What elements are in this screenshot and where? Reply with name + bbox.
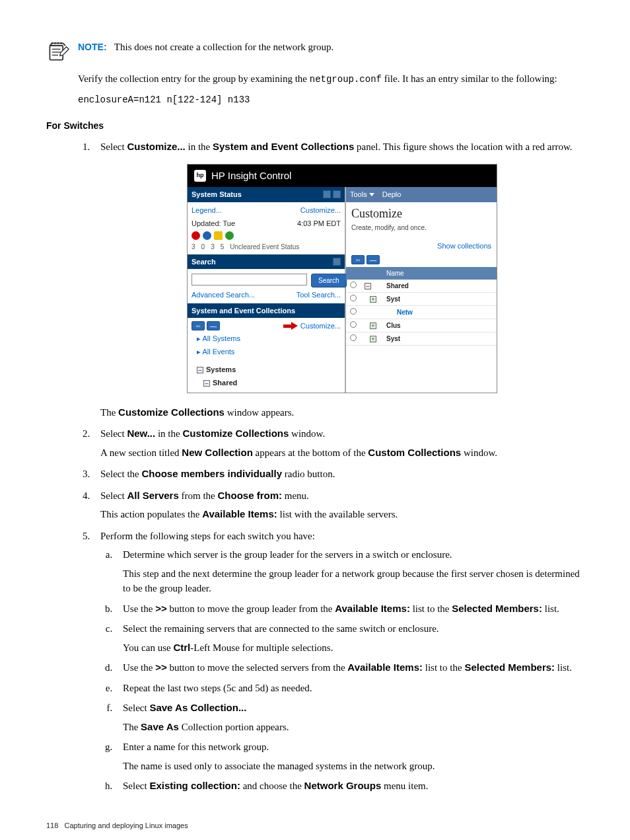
radio-icon[interactable] [350, 282, 357, 288]
search-label: Search [192, 256, 216, 268]
panel-header-icons [323, 190, 341, 198]
collapse-icon[interactable] [333, 190, 341, 198]
verify-filename: netgroup.conf [310, 74, 382, 85]
note-label: NOTE: [78, 42, 107, 52]
step-5-substeps: Determine which server is the group lead… [100, 547, 584, 794]
chevron-down-icon [369, 193, 374, 196]
red-arrow-icon [283, 322, 298, 330]
advanced-search-link[interactable]: Advanced Search... [192, 289, 255, 301]
radio-icon[interactable] [350, 334, 357, 341]
radio-icon[interactable] [350, 295, 357, 301]
name-header: Name [382, 267, 497, 280]
collapse-icon[interactable] [333, 258, 341, 266]
s1-panel: System and Event Collections [213, 141, 354, 152]
minor-icon[interactable] [214, 231, 223, 240]
customize-subtitle: Create, modify, and once. [346, 223, 497, 237]
note-block: NOTE: This does not create a collection … [46, 40, 584, 63]
maximize-icon[interactable] [323, 190, 331, 198]
normal-icon[interactable] [225, 231, 234, 240]
verify-pre: Verify the collection entry for the grou… [78, 73, 310, 84]
collections-table: Name –Shared +Syst Netw +Clus +Syst [346, 267, 497, 346]
system-status-header: System Status [188, 187, 345, 202]
right-toolbar: Tools Deplo [346, 187, 497, 202]
updated-time: 4:03 PM EDT [297, 218, 341, 229]
expand-all-icon[interactable]: ▫▫ [192, 321, 205, 330]
sc-right: Tools Deplo Customize Create, modify, an… [346, 187, 497, 393]
search-header: Search [188, 254, 345, 270]
step-5-intro: Perform the following steps for each swi… [100, 531, 315, 541]
customize-link[interactable]: Customize... [300, 205, 341, 216]
table-row[interactable]: Netw [346, 306, 497, 319]
critical-icon[interactable] [192, 231, 200, 240]
deploy-menu[interactable]: Deplo [382, 189, 402, 200]
show-collections-link[interactable]: Show collections [346, 237, 497, 256]
radio-icon[interactable] [350, 308, 357, 315]
step-5c-detail: You can use Ctrl-Left Mouse for multiple… [123, 640, 584, 656]
sys-status-label: System Status [192, 189, 242, 200]
sc-titlebar: hp HP Insight Control [188, 165, 497, 188]
svg-point-4 [60, 42, 62, 44]
sec-label: System and Event Collections [192, 305, 295, 317]
count-3: 5 [221, 242, 225, 252]
customize-link-target[interactable]: Customize... [300, 321, 341, 332]
table-row[interactable]: –Shared [346, 280, 497, 293]
tool-search-link[interactable]: Tool Search... [297, 289, 341, 301]
step-5f-detail: The Save As Collection portion appears. [123, 720, 584, 735]
step-5c: Select the remaining servers that are co… [115, 621, 584, 655]
uncleared-label: Uncleared Event Status [230, 242, 299, 252]
screenshot-wrap: hp HP Insight Control System Status [100, 164, 584, 393]
hp-logo-icon: hp [194, 170, 206, 182]
sc-title: HP Insight Control [211, 169, 291, 184]
tree-toggle-icons-right: ▫▫ — [351, 255, 491, 264]
minus-icon: – [365, 283, 371, 289]
all-events-link[interactable]: ▸ All Events [192, 345, 341, 359]
step-5: Perform the following steps for each swi… [92, 529, 584, 794]
verify-paragraph: Verify the collection entry for the grou… [78, 71, 584, 87]
legend-link[interactable]: Legend... [192, 205, 222, 216]
note-text: This does not create a collection for th… [114, 42, 333, 52]
step-5a: Determine which server is the group lead… [115, 547, 584, 596]
step-5d: Use the >> button to move the selected s… [115, 660, 584, 675]
step-4: Select All Servers from the Choose from:… [92, 488, 584, 522]
count-1: 0 [201, 242, 205, 252]
tools-menu[interactable]: Tools [350, 189, 374, 200]
table-row[interactable]: +Syst [346, 293, 497, 306]
step-4-detail: This action populates the Available Item… [100, 507, 584, 522]
step-2-detail: A new section titled New Collection appe… [100, 445, 584, 461]
systems-node[interactable]: –Systems [192, 363, 341, 377]
status-icons [192, 231, 341, 240]
collapse-all-icon[interactable]: — [367, 255, 380, 264]
footer-title: Capturing and deploying Linux images [65, 821, 188, 829]
step-1: Select Customize... in the System and Ev… [92, 139, 584, 420]
numbered-steps: Select Customize... in the System and Ev… [78, 139, 584, 794]
for-switches-heading: For Switches [46, 119, 584, 133]
collapse-all-icon[interactable]: — [207, 321, 220, 330]
all-systems-link[interactable]: ▸ All Systems [192, 332, 341, 346]
search-button[interactable]: Search [311, 274, 347, 287]
table-row[interactable]: +Clus [346, 319, 497, 332]
updated-label: Updated: Tue [192, 218, 235, 229]
minus-icon: – [197, 367, 203, 373]
table-row[interactable]: +Syst [346, 332, 497, 346]
step-5f: Select Save As Collection... The Save As… [115, 701, 584, 734]
expand-all-icon[interactable]: ▫▫ [351, 255, 365, 264]
shared-node[interactable]: –Shared [192, 376, 341, 390]
verify-post: file. It has an entry similar to the fol… [382, 73, 557, 84]
customize-title: Customize [346, 202, 497, 223]
tree-toggle-icons: ▫▫ — [192, 321, 220, 330]
svg-point-2 [54, 42, 56, 44]
major-icon[interactable] [203, 231, 211, 240]
step-5e: Repeat the last two steps (5c and 5d) as… [115, 681, 584, 696]
search-input[interactable] [192, 274, 307, 286]
plus-icon: + [370, 336, 376, 342]
radio-icon[interactable] [350, 321, 357, 328]
sc-body: System Status Legend... Customize... [188, 187, 497, 393]
step-3: Select the Choose members individually r… [92, 467, 584, 482]
plus-icon: + [370, 323, 376, 329]
sec-body: ▫▫ — Customize... ▸ All Systems ▸ All Ev… [188, 318, 345, 393]
after-screenshot-text: The Customize Collections window appears… [100, 405, 584, 420]
status-counts: 3 0 3 5 Uncleared Event Status [192, 242, 341, 252]
screenshot: hp HP Insight Control System Status [187, 164, 497, 393]
sec-header: System and Event Collections [188, 303, 345, 319]
note-content: NOTE: This does not create a collection … [78, 40, 333, 55]
